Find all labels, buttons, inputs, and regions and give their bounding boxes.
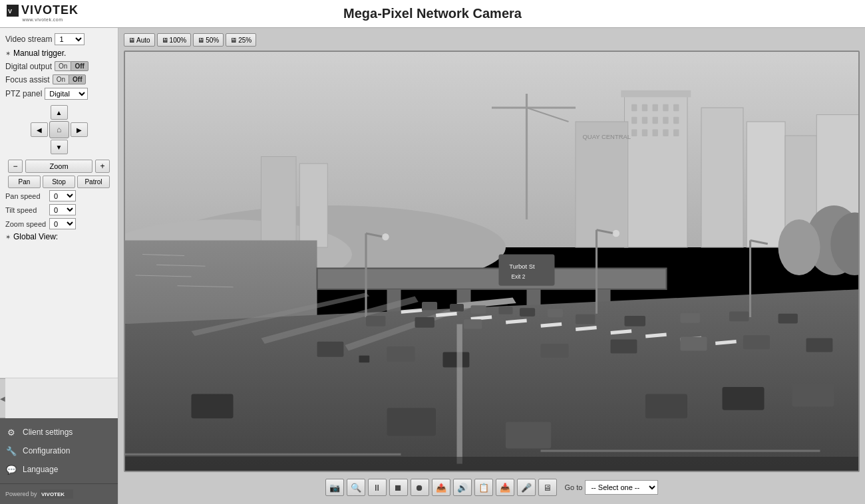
digital-output-row: Digital output On Off [5, 61, 112, 71]
focus-assist-label: Focus assist [5, 75, 50, 84]
svg-rect-84 [625, 316, 646, 326]
focus-assist-off[interactable]: Off [69, 74, 86, 84]
focus-assist-on[interactable]: On [53, 74, 69, 84]
powered-by-area: Powered by VIVOTEK [0, 483, 118, 504]
svg-rect-88 [317, 342, 344, 357]
goto-area: Go to -- Select one -- [565, 480, 659, 495]
digital-output-label: Digital output [5, 62, 52, 71]
display-button[interactable]: 🖥 [538, 479, 557, 496]
sidebar-item-configuration[interactable]: 🔧 Configuration [5, 445, 112, 457]
zoom-50-icon: 🖥 [198, 37, 204, 44]
stop-stream-button[interactable]: ⏹ [389, 479, 408, 496]
svg-rect-107 [125, 457, 858, 471]
pan-speed-row: Pan speed 0123 [5, 190, 112, 201]
pan-speed-label: Pan speed [5, 192, 47, 200]
global-view[interactable]: ✶ Global View: [5, 232, 112, 241]
pan-speed-select[interactable]: 0123 [49, 190, 76, 201]
upload-button[interactable]: 📤 [432, 479, 450, 496]
language-label: Language [23, 465, 58, 474]
svg-rect-85 [681, 313, 700, 323]
zoom-25-icon: 🖥 [230, 37, 237, 44]
upload-icon: 📤 [436, 483, 446, 493]
svg-rect-91 [541, 344, 569, 358]
ptz-up-row: ▲ [51, 105, 68, 120]
pause-button[interactable]: ⏸ [368, 479, 387, 496]
svg-rect-86 [729, 312, 749, 322]
goto-label: Go to [565, 483, 583, 491]
sidebar-bottom: ⚙ Client settings 🔧 Configuration 💬 Lang… [0, 418, 118, 483]
svg-rect-79 [548, 309, 563, 317]
zoom-plus-button[interactable]: + [95, 160, 110, 173]
svg-rect-11 [653, 104, 658, 112]
digital-output-off[interactable]: Off [71, 61, 88, 71]
svg-rect-106 [541, 450, 820, 452]
focus-assist-toggle: On Off [53, 74, 86, 84]
manual-trigger[interactable]: ✶ Manual trigger. [5, 49, 112, 58]
sidebar: Video stream 1 2 ✶ Manual trigger. Digit… [0, 28, 118, 504]
zoom-speed-row: Zoom speed 0123 [5, 218, 112, 229]
zoom-in-button[interactable]: 🔍 [347, 479, 365, 496]
svg-rect-43 [317, 269, 667, 290]
download-button[interactable]: 📥 [496, 479, 514, 496]
ptz-down-button[interactable]: ▼ [51, 140, 68, 154]
svg-rect-77 [499, 307, 513, 315]
svg-rect-18 [673, 117, 679, 124]
patrol-button[interactable]: Patrol [77, 176, 110, 188]
zoom-speed-select[interactable]: 0123 [49, 218, 76, 229]
svg-rect-105 [125, 453, 401, 455]
sidebar-item-client-settings[interactable]: ⚙ Client settings [5, 426, 112, 438]
ptz-up-button[interactable]: ▲ [51, 105, 68, 120]
svg-rect-78 [520, 308, 535, 316]
zoom-25-button[interactable]: 🖥 25% [226, 33, 256, 47]
svg-text:V: V [8, 8, 12, 15]
ptz-down-row: ▼ [51, 140, 68, 154]
svg-rect-13 [673, 104, 679, 112]
digital-output-on[interactable]: On [55, 61, 71, 71]
zoom-100-button[interactable]: 🖥 100% [157, 33, 192, 47]
svg-rect-9 [631, 104, 637, 112]
camera-capture-button[interactable]: 📷 [325, 479, 344, 496]
zoom-auto-button[interactable]: 🖥 Auto [124, 33, 155, 47]
svg-rect-15 [642, 117, 647, 124]
svg-rect-10 [642, 104, 647, 112]
svg-rect-63 [499, 255, 555, 286]
zoom-auto-icon: 🖥 [128, 37, 135, 44]
header: V VIVOTEK www.vivotek.com Mega-Pixel Net… [0, 0, 865, 28]
pause-icon: ⏸ [373, 483, 381, 493]
svg-rect-27 [747, 122, 785, 247]
sidebar-controls: Video stream 1 2 ✶ Manual trigger. Digit… [0, 28, 118, 378]
ptz-panel-select[interactable]: Digital Mechanical [45, 88, 88, 100]
file-button[interactable]: 📋 [474, 479, 493, 496]
ptz-left-button[interactable]: ◀ [31, 122, 48, 137]
svg-rect-92 [611, 340, 637, 354]
video-stream-select[interactable]: 1 2 [55, 33, 85, 45]
collapse-handle[interactable]: ◀ [0, 378, 5, 418]
ptz-right-button[interactable]: ▶ [71, 122, 88, 137]
ptz-home-button[interactable]: ⌂ [49, 121, 69, 138]
stop-button[interactable]: Stop [43, 176, 75, 188]
svg-rect-34 [299, 164, 327, 247]
volume-button[interactable]: 🔊 [453, 479, 472, 496]
settings-icon: ⚙ [5, 426, 17, 438]
svg-rect-75 [450, 304, 464, 312]
client-settings-label: Client settings [23, 428, 73, 437]
zoom-25-label: 25% [238, 37, 252, 44]
tilt-speed-select[interactable]: 0123 [49, 204, 76, 215]
record-button[interactable]: ⏺ [411, 479, 429, 496]
goto-select[interactable]: -- Select one -- [585, 480, 658, 495]
volume-icon: 🔊 [457, 483, 468, 493]
sidebar-item-language[interactable]: 💬 Language [5, 463, 112, 475]
svg-rect-97 [387, 408, 436, 436]
ptz-panel-row: PTZ panel Digital Mechanical [5, 88, 112, 100]
zoom-speed-label: Zoom speed [5, 220, 47, 228]
pan-button[interactable]: Pan [8, 176, 41, 188]
zoom-minus-button[interactable]: − [8, 160, 23, 173]
zoom-50-button[interactable]: 🖥 50% [193, 33, 224, 47]
svg-rect-8 [621, 90, 691, 98]
zoom-100-label: 100% [170, 37, 187, 44]
mic-button[interactable]: 🎤 [517, 479, 536, 496]
download-icon: 📥 [500, 483, 510, 493]
file-icon: 📋 [478, 483, 489, 493]
language-icon: 💬 [5, 463, 17, 475]
bottom-toolbar: 📷 🔍 ⏸ ⏹ ⏺ 📤 🔊 [124, 476, 860, 499]
